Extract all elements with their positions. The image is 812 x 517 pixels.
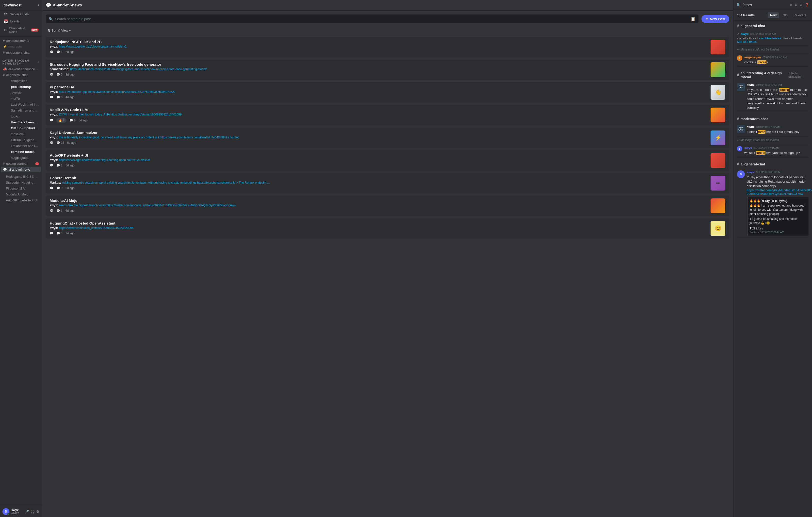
post-item[interactable]: Replit 2.7B Code LLM swyx:ICYMI i was at… [46,105,729,125]
mic-icon[interactable]: 🎤 [25,510,29,514]
sidebar-nav-item[interactable]: 📅 Events [1,18,41,25]
embed-body: 🔥🔥🔥 I am super excited and honoured to j… [750,204,807,216]
sidebar-channel[interactable]: # announcements [1,38,41,44]
sidebar-channel-item[interactable]: I m another one in the de... [1,143,41,149]
result-meta: switz 04/10/2023 7:22 AM [747,125,809,129]
sidebar-channel-item[interactable]: 💬 ai-and-ml-news [1,167,41,172]
post-item[interactable]: Redpajama INCITE 3B and 7B swyx:https://… [46,37,729,57]
channel-label: mosaicml [11,132,39,136]
emoji-reaction-icon: 💬 [50,73,53,76]
result-section: # ai-general-chat ⇗ swyx 05/05/2023 10:4… [733,21,812,68]
result-item-content: swyx 03/30/2023 8:53 PM Yi Tay (coauthor… [747,170,809,236]
sidebar-channel-item[interactable]: levelsio [1,90,41,95]
tweet-link[interactable]: https://twitter.com/yitayML/status/16414… [747,188,809,196]
result-text: oh yeah, but no one is forcing them to u… [747,88,809,110]
post-item[interactable]: Pi personal AI swyx:has a live mobile ap… [46,82,729,103]
sidebar-channel-item[interactable]: combine forces [1,149,41,154]
sidebar-channel[interactable]: # moderators-chat [1,50,41,55]
channel-name: announcements [6,39,39,42]
result-timestamp: 05/05/2023 9:40 AM [762,56,787,59]
pinned-thread[interactable]: AutoGPT website + UI [1,197,41,203]
pinned-thread[interactable]: ModularAI Mojo [1,192,41,197]
sidebar-channel-item[interactable]: 📣 ai-event-announceme... [1,66,41,72]
channel-label: ai-general-chat [6,73,39,77]
result-channel-header: # moderators-chat [737,117,809,121]
sidebar-channel-item[interactable]: mpt7b [1,96,41,102]
sidebar-channel-item[interactable]: huggingface [1,155,41,161]
settings-icon[interactable]: ⚙ [36,510,39,514]
monitor-icon[interactable]: 🖥 [800,3,803,7]
results-list: # ai-general-chat ⇗ swyx 05/05/2023 10:4… [733,21,812,517]
thread-link[interactable]: combine forces [759,37,781,40]
post-time: 5d ago [79,119,88,122]
channel-name: moderators-chat [6,51,39,54]
headphones-icon[interactable]: 🎧 [31,510,35,514]
sidebar-channel-item[interactable]: GitHub - Scikud/Anythin... [1,125,41,131]
post-item[interactable]: ModularAI Mojo swyx:seems like the bigge… [46,196,729,216]
result-section: # an interesting API design thread # tec… [733,68,812,114]
post-item[interactable]: AutoGPT website + UI swyx:https://news.a… [46,150,729,171]
close-icon[interactable]: ✕ [789,2,792,7]
comment-count: 💬 0 [56,186,62,190]
channel-hash-icon: # [3,162,5,166]
download-icon[interactable]: ⬇ [794,3,798,7]
pinned-thread[interactable]: Pi personal AI [1,185,41,191]
nav-label: Channels & Roles [9,26,29,34]
sidebar-channel-item[interactable]: Last Week in AI | Substack [1,102,41,107]
thread-info: started a thread: combine forces. See al… [737,37,809,44]
post-time: 5d ago [65,164,75,167]
comment-count: 💬 3 [56,209,62,212]
sort-button[interactable]: ⇅ Sort & View ▾ [46,27,73,34]
help-icon[interactable]: ❓ [805,3,809,7]
user-info: swyx #2697 [11,508,23,515]
results-tab[interactable]: Old [780,12,790,18]
pinned-thread[interactable]: Redpajama INCITE 3B an... [1,174,41,179]
see-all-threads-link[interactable]: See all threads [737,40,757,44]
post-item[interactable]: HuggingChat - hosted OpenAssistant swyx:… [46,218,729,239]
post-item[interactable]: Cohere Rerank Markus:Adding semantic sea… [46,173,729,194]
channel-label: ai-and-ml-news [8,168,39,171]
tweet-embed: 🔥🔥🔥 Yi Tay (@YiTayML) 🔥🔥🔥 I am super exc… [747,197,809,236]
post-url: Markus:Adding semantic search on-top of … [50,181,707,184]
post-item[interactable]: Kagi Universal Summarizer swyx:this is h… [46,127,729,148]
add-channel-icon[interactable]: + [37,60,39,64]
sidebar-channel-item[interactable]: pod listening [1,84,41,90]
sidebar-channel-item[interactable]: # ai-general-chat [1,72,41,78]
pinned-thread[interactable]: Starcoder, Hugging Face ... [1,180,41,185]
results-tab[interactable]: Relevant [791,12,809,18]
post-title: Pi personal AI [50,85,707,89]
new-post-button[interactable]: ✦ New Post [701,15,729,23]
search-input[interactable] [55,17,689,21]
sidebar-channel-item[interactable]: GitHub - eugeneyan/ope... [1,137,41,143]
sidebar-nav-item[interactable]: ⚙ Channels & Roles NEW [1,25,41,35]
post-url: swyx:seems like the biggest launch today… [50,204,707,207]
sidebar-nav-item[interactable]: 🗺 Server Guide [1,10,41,18]
result-timestamp: 03/30/2023 8:53 PM [756,171,781,174]
embed-body2: It's gonna be amazing and incredible jou… [750,217,807,225]
sidebar-channel-item[interactable]: mosaicml [1,131,41,137]
results-tab[interactable]: New [768,12,779,18]
posts-list: Redpajama INCITE 3B and 7B swyx:https://… [46,37,729,239]
sidebar-channel-item[interactable]: topaz [1,114,41,119]
channel-name: ai-and-ml-news [53,3,82,7]
post-meta: 💬 💬 0 6d ago [50,186,707,190]
sidebar-channel-item[interactable]: competition [1,78,41,84]
result-item-content: eugeneyan 05/05/2023 9:40 AM combine for… [744,55,809,64]
server-header[interactable]: /dev/invest ▾ [0,0,42,10]
post-title: AutoGPT website + UI [50,153,707,157]
comment-count: 💬 5 [56,73,62,76]
sidebar-channel-item[interactable]: Has there been much pr... [1,119,41,125]
result-timestamp: 04/10/2023 12:15 AM [754,146,780,149]
channel-label: topaz [11,114,39,118]
right-panel: 🔍 ✕ ⬇ 🖥 ❓ 184 Results NewOldRelevant # a… [733,0,812,517]
channel-hash-icon: 💬 [3,168,7,171]
sidebar-channel-item[interactable]: # getting started 1 [1,161,41,166]
sidebar-channel[interactable]: ⚡ mod-bots [1,44,41,50]
post-item[interactable]: Starcoder, Hugging Face and ServiceNow's… [46,59,729,80]
search-query-input[interactable] [743,3,787,7]
message-not-loaded: ↩ Message could not be loaded. [737,136,809,144]
result-channel-header: # ai-general-chat [737,162,809,166]
sidebar-channel-item[interactable]: Sam Altman and Greg Br... [1,108,41,113]
results-count: 184 Results [737,13,755,17]
sidebar-nav: 🗺 Server Guide 📅 Events ⚙ Channels & Rol… [0,10,42,35]
